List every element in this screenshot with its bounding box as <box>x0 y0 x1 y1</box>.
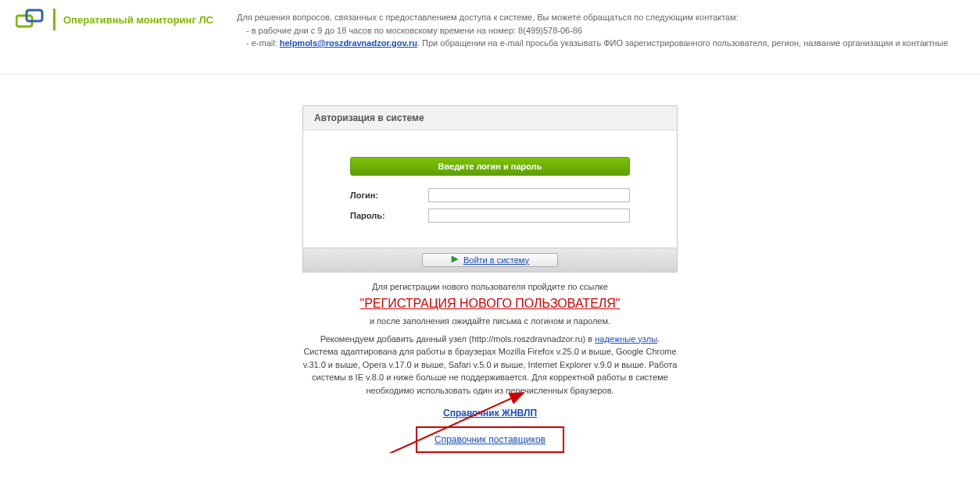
contact-phone: - в рабочие дни с 9 до 18 часов по моско… <box>246 24 948 37</box>
auth-panel: Авторизация в системе Введите логин и па… <box>302 105 678 273</box>
zhnvlp-link[interactable]: Справочник ЖНВЛП <box>443 406 537 420</box>
password-label: Пароль: <box>350 211 428 220</box>
logo-icon <box>16 8 44 31</box>
contact-email-line: - e-mail: helpmols@roszdravnadzor.gov.ru… <box>246 37 948 50</box>
svg-marker-2 <box>452 256 458 262</box>
recommend-pre: Рекомендуем добавить данный узел (http:/… <box>320 334 595 344</box>
suppliers-link[interactable]: Справочник поставщиков <box>435 434 545 445</box>
reg-intro: Для регистрации нового пользователя прой… <box>302 280 678 294</box>
logo-divider <box>53 9 55 30</box>
contact-email-suffix: . При обращении на e-mail просьба указыв… <box>417 38 948 48</box>
login-prompt: Введите логин и пароль <box>350 157 630 176</box>
play-icon <box>451 255 459 265</box>
contact-block: Для решения вопросов, связанных с предос… <box>237 8 948 50</box>
header: Оперативный мониторинг ЛС Для решения во… <box>0 0 980 74</box>
panel-footer: Войти в систему <box>303 248 677 272</box>
logo-block: Оперативный мониторинг ЛС <box>16 8 213 31</box>
registration-link[interactable]: "РЕГИСТРАЦИЯ НОВОГО ПОЛЬЗОВАТЕЛЯ" <box>359 294 620 313</box>
panel-title: Авторизация в системе <box>303 106 677 130</box>
password-input[interactable] <box>428 209 630 223</box>
recommend-post: . <box>657 334 660 344</box>
suppliers-link-box: Справочник поставщиков <box>416 426 564 453</box>
browsers-info: Система адаптирована для работы в браузе… <box>302 345 678 397</box>
info-block: Для регистрации нового пользователя прой… <box>302 280 678 454</box>
login-label: Логин: <box>350 191 428 200</box>
contact-email-prefix: - e-mail: <box>246 38 280 48</box>
contact-email-link[interactable]: helpmols@roszdravnadzor.gov.ru <box>280 38 417 48</box>
reg-outro: и после заполнения ожидайте письма с лог… <box>302 315 678 328</box>
contact-intro: Для решения вопросов, связанных с предос… <box>237 11 948 24</box>
app-title: Оперативный мониторинг ЛС <box>63 14 213 26</box>
login-input[interactable] <box>428 188 630 202</box>
login-button-label: Войти в систему <box>463 255 529 265</box>
login-button[interactable]: Войти в систему <box>422 253 558 267</box>
trusted-nodes-link[interactable]: надежные узлы <box>595 334 657 344</box>
